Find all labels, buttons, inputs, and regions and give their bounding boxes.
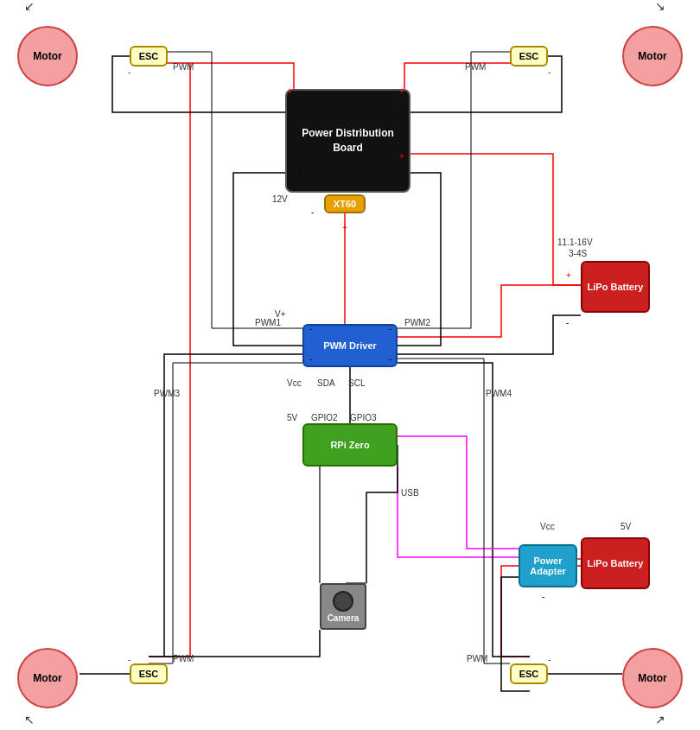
- label-cell-count: 3-4S: [569, 249, 587, 258]
- label-pwm4: PWM4: [486, 389, 512, 398]
- sign-lipo1-plus: +: [566, 270, 571, 280]
- svg-text:↙: ↙: [24, 0, 35, 13]
- label-pwm-bl: PWM: [173, 654, 194, 663]
- label-gpio2: GPIO2: [311, 413, 338, 422]
- sign-esc-br-minus: -: [548, 655, 550, 664]
- svg-text:↖: ↖: [24, 713, 35, 727]
- sign-esc-bl-minus: -: [128, 655, 130, 664]
- label-sda: SDA: [317, 378, 335, 388]
- motor-tl: Motor: [17, 26, 78, 86]
- pwm-driver: PWM Driver: [302, 324, 398, 367]
- label-pwm-br: PWM: [467, 654, 487, 663]
- sign-esc-tr-minus: -: [548, 67, 550, 77]
- sign-pdb-minus-l: -: [300, 166, 302, 175]
- esc-tl: ESC: [130, 46, 168, 67]
- label-pwm2: PWM2: [404, 318, 430, 327]
- label-vcc-pwm: Vcc: [287, 378, 302, 388]
- sign-pwm-minus-r2: -: [389, 354, 391, 364]
- esc-bl: ESC: [130, 663, 168, 684]
- motor-bl: Motor: [17, 648, 78, 708]
- lipo-battery-top: LiPo Battery: [581, 261, 650, 313]
- label-gpio3: GPIO3: [350, 413, 377, 422]
- sign-lipo2-minus: -: [542, 592, 544, 601]
- sign-esc-tl-minus: -: [128, 67, 130, 77]
- xt60-connector: XT60: [324, 194, 366, 213]
- label-pwm-tl: PWM: [173, 62, 194, 72]
- label-pwm-tr: PWM: [465, 62, 486, 72]
- label-5v-adapter: 5V: [620, 522, 631, 531]
- label-5v-rpi: 5V: [287, 413, 297, 422]
- lipo-battery-bottom: LiPo Battery: [581, 537, 650, 589]
- power-adapter: Power Adapter: [519, 544, 577, 587]
- sign-pwm-minus-l2: -: [309, 354, 312, 364]
- rpi-zero: RPi Zero: [302, 423, 398, 467]
- esc-br: ESC: [510, 663, 548, 684]
- sign-pdb-plus-tr: +: [399, 86, 404, 96]
- label-pwm3: PWM3: [154, 389, 180, 398]
- sign-pdb-minus-tl: -: [300, 101, 302, 111]
- motor-br: Motor: [622, 648, 683, 708]
- label-12v: 12V: [272, 194, 288, 204]
- sign-pdb-plus-r: +: [399, 151, 404, 161]
- esc-tr: ESC: [510, 46, 548, 67]
- camera-lens: [333, 591, 353, 612]
- power-distribution-board: Power Distribution Board: [285, 89, 410, 193]
- label-vcc-adapter: Vcc: [540, 522, 555, 531]
- label-voltage: 11.1-16V: [557, 238, 593, 247]
- svg-text:↘: ↘: [655, 0, 665, 13]
- sign-pdb-minus-tr: -: [399, 101, 402, 111]
- label-pwm1: PWM1: [255, 318, 281, 327]
- label-scl: SCL: [348, 378, 365, 388]
- sign-pwm-minus-r: -: [389, 324, 391, 333]
- svg-text:↗: ↗: [655, 713, 665, 727]
- sign-pwm-minus-l: -: [309, 324, 312, 333]
- sign-pdb-plus-tl: +: [287, 86, 292, 96]
- motor-tr: Motor: [622, 26, 683, 86]
- label-usb: USB: [401, 488, 419, 498]
- sign-lipo1-minus: -: [566, 318, 569, 327]
- camera: Camera: [320, 583, 366, 630]
- sign-xt60-minus: -: [311, 207, 314, 217]
- sign-xt60-plus: +: [342, 223, 347, 232]
- circuit-diagram: ↙ ↘ ↖ ↗: [0, 0, 700, 730]
